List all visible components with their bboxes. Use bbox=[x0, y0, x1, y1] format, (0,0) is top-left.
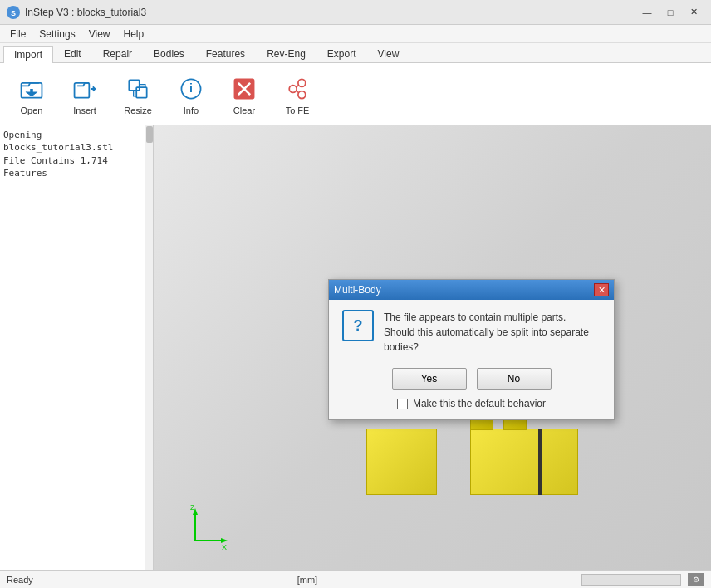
insert-icon bbox=[70, 74, 100, 104]
ribbon-open-button[interactable]: Open bbox=[7, 67, 56, 120]
menu-settings[interactable]: Settings bbox=[32, 27, 81, 42]
dialog-default-checkbox[interactable] bbox=[397, 399, 408, 409]
tab-reveng[interactable]: Rev-Eng bbox=[256, 45, 316, 62]
dialog-body: ? The file appears to contain multiple p… bbox=[329, 300, 614, 419]
question-icon: ? bbox=[342, 310, 374, 341]
ribbon-info-button[interactable]: i Info bbox=[166, 67, 216, 120]
clear-label: Clear bbox=[233, 105, 255, 115]
tab-features[interactable]: Features bbox=[195, 45, 256, 62]
svg-text:S: S bbox=[11, 9, 16, 17]
window-title: InStep V3 : blocks_tutorial3 bbox=[25, 7, 636, 18]
open-icon bbox=[17, 74, 47, 104]
title-bar: S InStep V3 : blocks_tutorial3 — □ ✕ bbox=[0, 0, 711, 25]
tab-view[interactable]: View bbox=[367, 45, 410, 62]
ribbon: Open Insert Resize i bbox=[0, 63, 711, 125]
menu-bar: File Settings View Help bbox=[0, 25, 711, 43]
viewport-3d[interactable]: Z X Multi-Body ✕ ? The fi bbox=[154, 125, 711, 570]
dialog-title: Multi-Body bbox=[334, 284, 594, 296]
dialog-yes-button[interactable]: Yes bbox=[392, 368, 467, 390]
scrollbar-thumb bbox=[146, 126, 153, 143]
log-text: Opening blocks_tutorial3.stl File Contai… bbox=[3, 129, 150, 180]
toolbar-tabs: Import Edit Repair Bodies Features Rev-E… bbox=[0, 43, 711, 63]
svg-rect-4 bbox=[75, 83, 90, 98]
window-controls: — □ ✕ bbox=[636, 5, 704, 20]
svg-rect-5 bbox=[129, 80, 139, 90]
svg-point-14 bbox=[298, 91, 306, 99]
dialog-message: The file appears to contain multiple par… bbox=[384, 310, 589, 355]
dialog-multibody: Multi-Body ✕ ? The file appears to conta… bbox=[328, 279, 615, 420]
resize-icon bbox=[123, 74, 153, 104]
open-label: Open bbox=[21, 105, 43, 115]
tofe-label: To FE bbox=[286, 105, 310, 115]
main-area: Opening blocks_tutorial3.stl File Contai… bbox=[0, 125, 711, 570]
status-bar: Ready [mm] ⚙ bbox=[0, 570, 711, 588]
modal-overlay: Multi-Body ✕ ? The file appears to conta… bbox=[154, 125, 711, 570]
dialog-buttons: Yes No bbox=[342, 368, 601, 390]
menu-view[interactable]: View bbox=[82, 27, 117, 42]
svg-rect-6 bbox=[136, 87, 146, 97]
status-progress-bar bbox=[581, 574, 681, 586]
svg-point-13 bbox=[298, 79, 306, 86]
ribbon-resize-button[interactable]: Resize bbox=[113, 67, 163, 120]
info-label: Info bbox=[184, 105, 199, 115]
clear-icon bbox=[229, 74, 259, 104]
ribbon-insert-button[interactable]: Insert bbox=[60, 67, 110, 120]
dialog-checkbox-label: Make this the default behavior bbox=[413, 398, 546, 409]
status-right: ⚙ bbox=[581, 573, 704, 586]
tab-bodies[interactable]: Bodies bbox=[143, 45, 195, 62]
tab-export[interactable]: Export bbox=[316, 45, 367, 62]
tab-edit[interactable]: Edit bbox=[53, 45, 92, 62]
status-units: [mm] bbox=[50, 575, 565, 585]
tofe-icon bbox=[282, 74, 312, 104]
svg-point-12 bbox=[289, 86, 297, 93]
info-icon: i bbox=[176, 74, 206, 104]
app-icon: S bbox=[7, 6, 20, 19]
dialog-checkbox-row: Make this the default behavior bbox=[342, 398, 601, 409]
close-button[interactable]: ✕ bbox=[683, 5, 704, 20]
minimize-button[interactable]: — bbox=[636, 5, 658, 20]
dialog-message-row: ? The file appears to contain multiple p… bbox=[342, 310, 601, 355]
insert-label: Insert bbox=[73, 105, 96, 115]
tab-import[interactable]: Import bbox=[3, 46, 53, 63]
menu-file[interactable]: File bbox=[3, 27, 32, 42]
vertical-scrollbar[interactable] bbox=[145, 125, 153, 570]
dialog-title-bar[interactable]: Multi-Body ✕ bbox=[329, 280, 614, 300]
svg-text:i: i bbox=[189, 81, 193, 95]
maximize-button[interactable]: □ bbox=[660, 5, 681, 20]
resize-label: Resize bbox=[124, 105, 152, 115]
status-settings-icon[interactable]: ⚙ bbox=[688, 573, 704, 586]
menu-help[interactable]: Help bbox=[117, 27, 151, 42]
svg-rect-3 bbox=[30, 89, 33, 96]
tab-repair[interactable]: Repair bbox=[92, 45, 143, 62]
dialog-no-button[interactable]: No bbox=[477, 368, 552, 390]
ribbon-clear-button[interactable]: Clear bbox=[219, 67, 269, 120]
log-panel: Opening blocks_tutorial3.stl File Contai… bbox=[0, 125, 154, 570]
status-text: Ready bbox=[7, 575, 33, 585]
dialog-close-button[interactable]: ✕ bbox=[594, 283, 609, 296]
ribbon-tofe-button[interactable]: To FE bbox=[272, 67, 322, 120]
